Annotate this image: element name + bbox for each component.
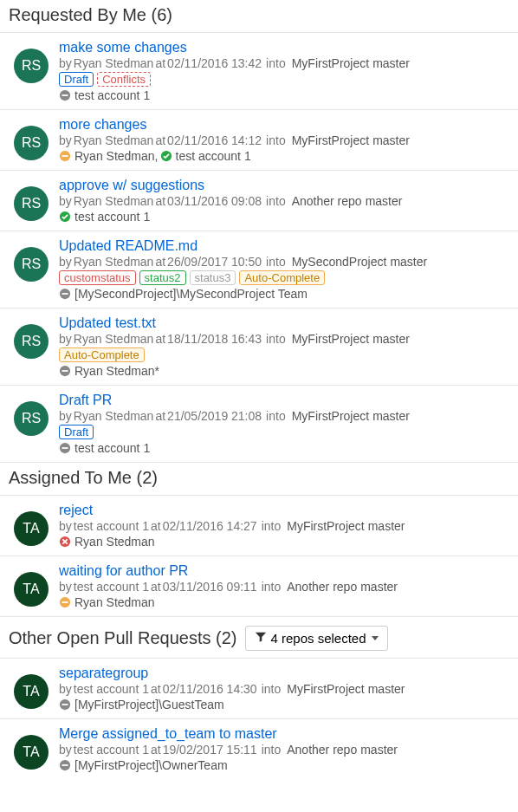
pr-date: 19/02/2017 15:11 (163, 743, 257, 757)
pr-author: test account 1 (74, 682, 149, 696)
chevron-down-icon (372, 636, 379, 640)
svg-rect-9 (62, 155, 68, 157)
pr-meta: by Ryan Stedman at 02/11/2016 13:42intoM… (59, 56, 509, 70)
svg-rect-19 (62, 293, 68, 295)
reviewer-name: Ryan Stedman (74, 595, 155, 609)
avatar: TA (14, 511, 49, 546)
pr-date: 02/11/2016 14:12 (167, 133, 262, 147)
pr-item[interactable]: RSUpdated README.mdby Ryan Stedman at 26… (0, 231, 518, 309)
by-label: by (59, 519, 72, 533)
pr-title-link[interactable]: make some changes (59, 40, 187, 55)
pr-date: 26/09/2017 10:50 (167, 255, 262, 269)
pr-title-link[interactable]: Updated README.md (59, 238, 197, 254)
svg-rect-24 (62, 370, 68, 372)
svg-rect-29 (62, 447, 68, 449)
funnel-icon (255, 631, 267, 646)
by-label: by (59, 255, 72, 269)
status-waiting-icon (59, 150, 71, 162)
at-label: at (155, 194, 165, 208)
pr-title-link[interactable]: separategroup (59, 666, 148, 681)
into-label: into (262, 682, 282, 696)
section-header-other: Other Open Pull Requests (2) (9, 628, 236, 648)
into-label: into (262, 519, 282, 533)
status-novote-icon (59, 365, 71, 377)
pr-reviewers: Ryan Stedman, test account 1 (59, 149, 509, 163)
pr-date: 21/05/2019 21:08 (167, 409, 262, 423)
reviewer-name: Ryan Stedman, (74, 149, 159, 163)
pr-tags: Draft (59, 425, 509, 439)
pr-repo: MyFirstProject (292, 332, 369, 346)
pr-item[interactable]: TAwaiting for author PRby test account 1… (0, 556, 518, 617)
reviewer-name: test account 1 (74, 88, 150, 102)
pr-item[interactable]: TAseparategroupby test account 1 at 02/1… (0, 659, 518, 719)
by-label: by (59, 194, 72, 208)
svg-rect-48 (62, 764, 68, 766)
status-novote-icon (59, 698, 71, 711)
at-label: at (155, 255, 165, 269)
avatar: RS (14, 401, 49, 436)
status-novote-icon (59, 288, 71, 300)
pr-repo: Another repo (292, 194, 362, 208)
pr-tag: Draft (59, 425, 94, 439)
pr-meta: by test account 1 at 02/11/2016 14:30int… (59, 682, 509, 696)
pr-branch: master (366, 194, 403, 208)
pr-author: test account 1 (74, 580, 149, 594)
into-label: into (262, 580, 282, 594)
by-label: by (59, 133, 72, 147)
pr-item[interactable]: RSapprove w/ suggestionsby Ryan Stedman … (0, 171, 518, 231)
pr-title-link[interactable]: reject (59, 503, 93, 518)
into-label: into (266, 194, 286, 208)
pr-date: 02/11/2016 14:27 (163, 519, 257, 533)
pr-reviewers: [MySecondProject]\MySecondProject Team (59, 287, 509, 301)
pr-tag: status3 (190, 270, 236, 285)
pr-date: 02/11/2016 13:42 (167, 56, 262, 70)
pr-item[interactable]: TArejectby test account 1 at 02/11/2016 … (0, 496, 518, 556)
pr-item[interactable]: RSDraft PRby Ryan Stedman at 21/05/2019 … (0, 386, 518, 463)
pr-author: Ryan Stedman (74, 255, 154, 269)
pr-title-link[interactable]: Updated test.txt (59, 315, 156, 331)
pr-meta: by Ryan Stedman at 02/11/2016 14:12intoM… (59, 133, 509, 147)
repo-filter-dropdown[interactable]: 4 repos selected (245, 626, 387, 651)
at-label: at (155, 133, 165, 147)
pr-title-link[interactable]: approve w/ suggestions (59, 178, 204, 193)
reviewer-name: test account 1 (74, 210, 150, 224)
pr-branch: master (360, 580, 398, 594)
by-label: by (59, 682, 72, 696)
pr-title-link[interactable]: waiting for author PR (59, 563, 188, 579)
pr-reviewers: test account 1 (59, 210, 509, 224)
status-novote-icon (59, 759, 71, 771)
into-label: into (266, 56, 286, 70)
pr-branch: master (368, 519, 405, 533)
pr-tag: Draft (59, 72, 94, 87)
avatar: TA (14, 572, 49, 607)
pr-date: 18/11/2018 16:43 (167, 332, 262, 346)
pr-branch: master (360, 743, 398, 757)
pr-title-link[interactable]: more changes (59, 117, 146, 133)
avatar: TA (14, 735, 49, 770)
pr-branch: master (372, 56, 410, 70)
pr-item[interactable]: RSmore changesby Ryan Stedman at 02/11/2… (0, 110, 518, 171)
pr-meta: by Ryan Stedman at 26/09/2017 10:50intoM… (59, 255, 509, 269)
svg-rect-43 (62, 704, 68, 705)
pr-reviewers: test account 1 (59, 88, 509, 102)
pr-item[interactable]: RSmake some changesby Ryan Stedman at 02… (0, 33, 518, 110)
pr-repo: MyFirstProject (292, 409, 369, 423)
pr-reviewers: test account 1 (59, 441, 509, 455)
status-novote-icon (59, 89, 71, 101)
pr-title-link[interactable]: Draft PR (59, 393, 112, 408)
svg-rect-38 (62, 601, 68, 603)
pr-item[interactable]: RSUpdated test.txtby Ryan Stedman at 18/… (0, 309, 518, 386)
pr-title-link[interactable]: Merge assigned_to_team to master (59, 726, 277, 742)
pr-item[interactable]: TAMerge assigned_to_team to masterby tes… (0, 719, 518, 779)
pr-reviewers: Ryan Stedman (59, 595, 509, 609)
repo-filter-label: 4 repos selected (270, 631, 366, 646)
avatar: RS (14, 247, 49, 282)
pr-repo: Another repo (287, 580, 357, 594)
pr-reviewers: [MyFirstProject]\GuestTeam (59, 698, 509, 711)
pr-meta: by Ryan Stedman at 18/11/2018 16:43intoM… (59, 332, 509, 346)
reviewer-name: Ryan Stedman* (74, 364, 159, 378)
pr-meta: by test account 1 at 19/02/2017 15:11int… (59, 743, 509, 757)
at-label: at (151, 682, 161, 696)
avatar: RS (14, 324, 49, 359)
at-label: at (155, 409, 165, 423)
